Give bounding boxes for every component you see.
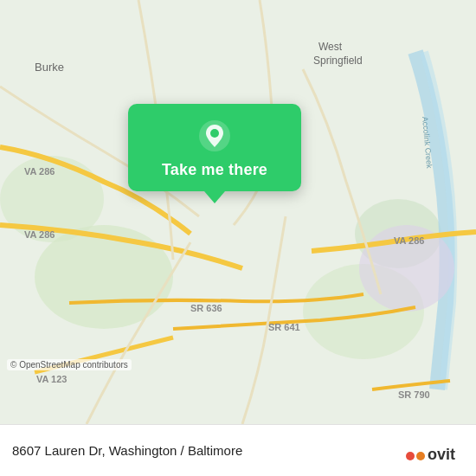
popup-label: Take me there: [162, 161, 267, 179]
svg-text:SR 636: SR 636: [190, 303, 222, 313]
svg-point-18: [210, 129, 219, 138]
svg-point-19: [406, 452, 415, 460]
take-me-there-popup[interactable]: Take me there: [128, 104, 301, 191]
location-pin-icon: [198, 119, 231, 152]
moovit-logo: ovit: [403, 437, 464, 465]
svg-text:SR 790: SR 790: [398, 389, 430, 400]
svg-text:West: West: [318, 41, 343, 53]
footer-bar: 8607 Lauren Dr, Washington / Baltimore o…: [0, 424, 476, 476]
svg-text:VA 286: VA 286: [24, 166, 55, 177]
svg-text:Springfield: Springfield: [313, 55, 363, 67]
map-container[interactable]: VA 286 VA 286 VA 286 SR 636 SR 641 SR 79…: [0, 0, 476, 424]
address-text: 8607 Lauren Dr, Washington / Baltimore: [12, 443, 403, 458]
svg-text:VA 286: VA 286: [394, 235, 424, 246]
svg-text:VA 123: VA 123: [36, 374, 67, 384]
svg-point-20: [416, 452, 425, 460]
svg-text:VA 286: VA 286: [24, 229, 55, 240]
moovit-logo-svg: ovit: [403, 437, 464, 465]
svg-text:SR 641: SR 641: [268, 322, 300, 332]
svg-text:Burke: Burke: [35, 61, 64, 74]
copyright-text: © OpenStreetMap contributors: [7, 359, 132, 370]
svg-text:ovit: ovit: [428, 446, 455, 463]
